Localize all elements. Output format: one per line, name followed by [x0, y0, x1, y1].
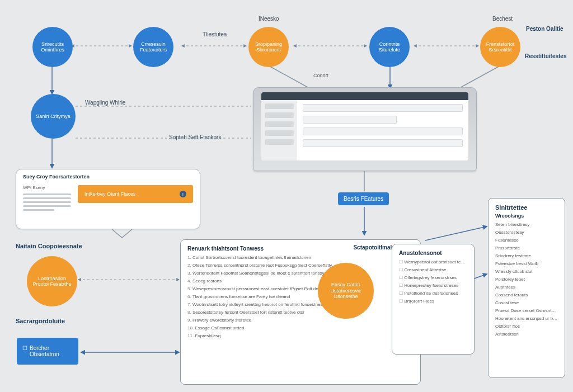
card-title: Suey Croy Foorsartestorten [23, 174, 193, 180]
label-sacrar: Sacrargordoluite [16, 318, 65, 324]
list-item: Essage CsPcomst orded [187, 325, 333, 330]
checklist-item[interactable]: Instottiond de desrsdonees [399, 291, 467, 296]
list-item: Fsteestoe besst Wotb [495, 261, 558, 266]
info-icon: i [180, 191, 186, 197]
list-item: Otese Tsnrerss sorcentnsrst orstorre reo… [187, 263, 333, 268]
list-item: Sesoreststtotey fersont Oeerstset fort d… [187, 310, 333, 315]
panel-title: Anustofensonot [399, 250, 467, 256]
label-wapping: Wapgiing Whirie [85, 100, 125, 106]
skeleton-lines [23, 193, 71, 211]
button-label: Borcher Obsertatron [30, 345, 73, 357]
node-label: Srirecutits Ominthres [36, 41, 69, 53]
list-item: Wootnrotsett totry vidteyrt sreettng hes… [187, 302, 333, 307]
node-structures[interactable]: Srirecutits Ominthres [32, 27, 73, 67]
card-subtitle: WPt Eseny [23, 185, 71, 190]
laptop-mockup [253, 87, 477, 171]
panel-checklist: Anustofensonot Wernypststol oot orsrisoe… [392, 244, 475, 355]
list-item: Tlant grossrocens fonsettse are Farey ts… [187, 294, 333, 299]
list-item: Prosorttrrste [495, 245, 558, 251]
node-smart[interactable]: Sanirt Critymya [31, 94, 76, 139]
node-label: Lontrhasdon Prootoi Fesatrthe [30, 276, 74, 287]
node-label: Sropipaning Shroroncrs [252, 41, 285, 53]
panel-subtitle: Wreoolsngs [495, 213, 558, 219]
list-item: Oesstorosteay [495, 230, 558, 235]
list-item: Worteriodrant Fasotnst Soanentrtegsol de… [187, 271, 333, 276]
list-item: Hoonetent ans arsonpsd ur binedreay frsr… [495, 316, 558, 321]
button-label: Besris FEatures [344, 196, 383, 202]
label-rest: Resstittuitestes [525, 53, 566, 59]
label-peston: Peston Oalltie [526, 26, 563, 32]
node-longhand[interactable]: Lontrhasdon Prootoi Fesatrthe [27, 256, 77, 306]
list-item: Frawtiry eworetstorty sforetee [187, 318, 333, 323]
list-item: Cossend terouts [495, 292, 558, 297]
list-item: Osttorsr fros [495, 324, 558, 329]
list-item: Proesd Dose serset Osnrsntst foooritns b… [495, 308, 558, 313]
list-item: Weseprestoreosrnost perssronest east coe… [187, 286, 333, 291]
list-item: Fosontdsee [495, 238, 558, 243]
list-item: Aststeotsen [495, 332, 558, 337]
node-label: Frenststortot Srsrootitht [483, 41, 517, 53]
button-label: Intkertrey Oterit Ftaces [84, 191, 136, 197]
label-bechest: Bechest [492, 16, 513, 22]
list-item: Fopresbilesg [187, 333, 333, 338]
node-transport[interactable]: Frenststortot Srsrootitht [480, 27, 520, 67]
list-item: Poistorey ieoet [495, 277, 558, 282]
label-conntt: Conntt [313, 73, 328, 78]
list-item: Seten binesltresy [495, 222, 558, 227]
list-item: Srtortrery testttate [495, 253, 558, 258]
panel-main-features: Renuark thiahtsont Tonwess Sctapotoitlma… [180, 239, 421, 385]
node-label: Corintnte Siturelote [373, 41, 406, 53]
label-ineesko: INeesko [259, 16, 279, 22]
checkbox-icon: ☐ [22, 345, 27, 351]
node-label: Sanirt Critymya [36, 114, 71, 119]
node-content-site[interactable]: Corintnte Siturelote [369, 27, 410, 67]
checklist-item[interactable]: Cresostneof Attrertse [399, 267, 467, 272]
laptop-screen [261, 92, 468, 160]
node-label: Easoy Cotntr Ustahreresvic Osonsethe [321, 282, 370, 299]
list-item: Seoeg rosrons [187, 278, 333, 284]
node-shopping[interactable]: Sropipaning Shroroncrs [248, 27, 289, 67]
label-natain: Naitain Coopoieesnate [16, 243, 82, 249]
node-easy-control[interactable]: Easoy Cotntr Ustahreresvic Osonsethe [318, 263, 374, 319]
card-summary: Suey Croy Foorsartestorten WPt Eseny Int… [16, 169, 200, 229]
checklist-item[interactable]: Honerpreotey foersrstreses [399, 283, 467, 288]
features-button[interactable]: Besris FEatures [338, 192, 389, 205]
node-creation-features[interactable]: Crresesuin Featoroiters [133, 27, 173, 67]
card-cta-button[interactable]: Intkertrey Oterit Ftaces i [78, 185, 193, 203]
checklist-item[interactable]: Olferingstrey feserorstrses [399, 275, 467, 280]
node-label: Crresesuin Featoroiters [137, 41, 170, 53]
panel-structure: Slnitrtettee Wreoolsngs Seten binesltres… [488, 198, 565, 378]
svg-line-10 [459, 66, 500, 88]
checklist-item[interactable]: Brtrororrt Fiees [399, 299, 467, 304]
svg-line-8 [269, 66, 312, 89]
list-item: Wressty cttcok slut [495, 269, 558, 274]
list-item: Aupthtees [495, 285, 558, 290]
panel-title: Slnitrtettee [495, 204, 558, 211]
label-tliestutea: Tliestutea [203, 31, 227, 37]
checklist-item[interactable]: Wernypststol oot orsrisoet tesorortet [399, 259, 467, 265]
label-search: Sopteh Seft Ftsokors [169, 134, 221, 140]
list-item: Conot Sortrortscoenst toorestent tooaget… [187, 255, 333, 260]
brochure-button[interactable]: ☐ Borcher Obsertatron [17, 338, 78, 365]
list-item: Cosost tese [495, 300, 558, 305]
